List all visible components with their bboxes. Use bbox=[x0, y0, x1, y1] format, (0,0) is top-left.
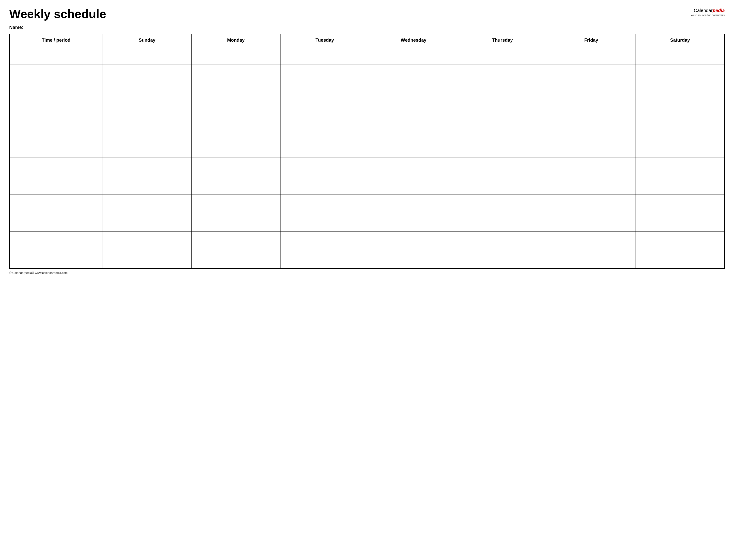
page-title: Weekly schedule bbox=[9, 7, 106, 21]
footer-text: © Calendarpedia® www.calendarpedia.com bbox=[9, 271, 68, 275]
table-cell[interactable] bbox=[458, 139, 547, 157]
table-cell[interactable] bbox=[369, 102, 458, 120]
table-cell[interactable] bbox=[191, 250, 280, 269]
page-header: Weekly schedule Calendarpedia Your sourc… bbox=[9, 7, 725, 21]
table-cell[interactable] bbox=[369, 46, 458, 65]
table-cell[interactable] bbox=[9, 120, 103, 139]
table-cell[interactable] bbox=[191, 232, 280, 250]
table-cell[interactable] bbox=[636, 65, 725, 83]
table-cell[interactable] bbox=[280, 250, 369, 269]
table-cell[interactable] bbox=[280, 213, 369, 232]
table-cell[interactable] bbox=[191, 176, 280, 194]
table-cell[interactable] bbox=[369, 139, 458, 157]
table-cell[interactable] bbox=[103, 176, 191, 194]
table-cell[interactable] bbox=[458, 102, 547, 120]
table-cell[interactable] bbox=[547, 250, 636, 269]
table-cell[interactable] bbox=[103, 232, 191, 250]
table-cell[interactable] bbox=[9, 213, 103, 232]
table-cell[interactable] bbox=[636, 213, 725, 232]
table-cell[interactable] bbox=[191, 65, 280, 83]
table-cell[interactable] bbox=[191, 102, 280, 120]
table-cell[interactable] bbox=[9, 83, 103, 102]
table-cell[interactable] bbox=[369, 213, 458, 232]
table-cell[interactable] bbox=[103, 250, 191, 269]
table-cell[interactable] bbox=[458, 65, 547, 83]
table-cell[interactable] bbox=[103, 65, 191, 83]
table-cell[interactable] bbox=[547, 232, 636, 250]
table-cell[interactable] bbox=[280, 232, 369, 250]
table-cell[interactable] bbox=[280, 46, 369, 65]
table-cell[interactable] bbox=[280, 83, 369, 102]
table-cell[interactable] bbox=[547, 157, 636, 176]
table-cell[interactable] bbox=[103, 213, 191, 232]
table-cell[interactable] bbox=[9, 46, 103, 65]
table-cell[interactable] bbox=[191, 194, 280, 213]
table-cell[interactable] bbox=[9, 157, 103, 176]
table-cell[interactable] bbox=[458, 157, 547, 176]
table-cell[interactable] bbox=[103, 157, 191, 176]
table-cell[interactable] bbox=[280, 194, 369, 213]
table-cell[interactable] bbox=[9, 232, 103, 250]
table-cell[interactable] bbox=[369, 232, 458, 250]
table-cell[interactable] bbox=[103, 139, 191, 157]
table-cell[interactable] bbox=[458, 213, 547, 232]
table-cell[interactable] bbox=[636, 232, 725, 250]
table-cell[interactable] bbox=[9, 194, 103, 213]
table-cell[interactable] bbox=[280, 102, 369, 120]
table-cell[interactable] bbox=[369, 194, 458, 213]
table-cell[interactable] bbox=[458, 250, 547, 269]
table-cell[interactable] bbox=[369, 83, 458, 102]
table-cell[interactable] bbox=[458, 83, 547, 102]
table-cell[interactable] bbox=[636, 83, 725, 102]
table-cell[interactable] bbox=[191, 213, 280, 232]
table-cell[interactable] bbox=[547, 176, 636, 194]
table-cell[interactable] bbox=[547, 139, 636, 157]
table-cell[interactable] bbox=[369, 176, 458, 194]
table-cell[interactable] bbox=[280, 157, 369, 176]
table-cell[interactable] bbox=[547, 102, 636, 120]
table-cell[interactable] bbox=[191, 83, 280, 102]
table-cell[interactable] bbox=[547, 46, 636, 65]
table-cell[interactable] bbox=[369, 120, 458, 139]
table-cell[interactable] bbox=[103, 102, 191, 120]
table-cell[interactable] bbox=[280, 139, 369, 157]
table-cell[interactable] bbox=[103, 194, 191, 213]
table-cell[interactable] bbox=[280, 120, 369, 139]
table-cell[interactable] bbox=[103, 120, 191, 139]
table-cell[interactable] bbox=[636, 157, 725, 176]
table-cell[interactable] bbox=[547, 194, 636, 213]
table-cell[interactable] bbox=[458, 176, 547, 194]
table-cell[interactable] bbox=[9, 139, 103, 157]
table-cell[interactable] bbox=[191, 46, 280, 65]
table-cell[interactable] bbox=[458, 120, 547, 139]
table-cell[interactable] bbox=[103, 83, 191, 102]
table-cell[interactable] bbox=[9, 65, 103, 83]
table-cell[interactable] bbox=[280, 65, 369, 83]
table-cell[interactable] bbox=[9, 250, 103, 269]
table-cell[interactable] bbox=[369, 250, 458, 269]
table-cell[interactable] bbox=[369, 157, 458, 176]
table-cell[interactable] bbox=[547, 213, 636, 232]
table-cell[interactable] bbox=[547, 120, 636, 139]
table-cell[interactable] bbox=[191, 120, 280, 139]
table-cell[interactable] bbox=[636, 250, 725, 269]
table-cell[interactable] bbox=[191, 139, 280, 157]
table-cell[interactable] bbox=[280, 176, 369, 194]
table-cell[interactable] bbox=[458, 194, 547, 213]
table-cell[interactable] bbox=[636, 194, 725, 213]
table-cell[interactable] bbox=[636, 139, 725, 157]
table-cell[interactable] bbox=[458, 232, 547, 250]
table-cell[interactable] bbox=[9, 102, 103, 120]
table-cell[interactable] bbox=[103, 46, 191, 65]
table-cell[interactable] bbox=[458, 46, 547, 65]
table-cell[interactable] bbox=[636, 120, 725, 139]
table-cell[interactable] bbox=[547, 65, 636, 83]
col-header-monday: Monday bbox=[191, 34, 280, 46]
table-cell[interactable] bbox=[636, 46, 725, 65]
table-cell[interactable] bbox=[636, 176, 725, 194]
table-cell[interactable] bbox=[191, 157, 280, 176]
table-cell[interactable] bbox=[636, 102, 725, 120]
table-cell[interactable] bbox=[9, 176, 103, 194]
table-cell[interactable] bbox=[547, 83, 636, 102]
table-cell[interactable] bbox=[369, 65, 458, 83]
